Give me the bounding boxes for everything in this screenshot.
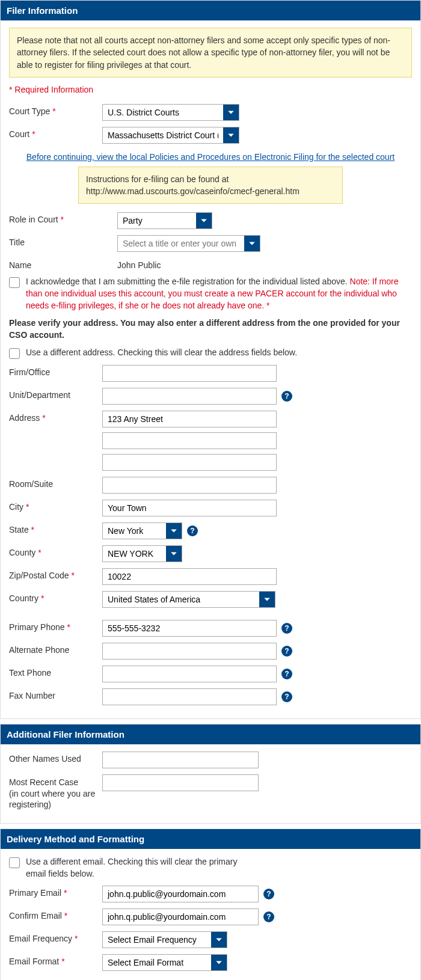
help-icon[interactable]: ?	[187, 525, 198, 536]
room-input[interactable]	[102, 477, 277, 494]
additional-filer-header: Additional Filer Information	[1, 724, 420, 744]
country-value[interactable]	[103, 592, 259, 607]
fax-input[interactable]	[102, 688, 277, 705]
chevron-down-icon[interactable]	[211, 955, 227, 970]
court-type-select[interactable]	[102, 104, 239, 121]
chevron-down-icon[interactable]	[223, 105, 239, 120]
unit-label: Unit/Department	[9, 388, 102, 400]
state-value[interactable]	[103, 523, 166, 539]
court-type-label: Court Type *	[9, 104, 102, 116]
chevron-down-icon[interactable]	[223, 127, 239, 143]
name-label: Name	[9, 258, 117, 270]
name-value: John Public	[117, 258, 161, 270]
title-input[interactable]	[118, 236, 244, 251]
chevron-down-icon[interactable]	[166, 546, 182, 562]
verify-address-text: Please verify your address. You may also…	[9, 317, 412, 341]
zip-input[interactable]	[102, 568, 277, 585]
country-select[interactable]	[102, 591, 275, 608]
help-icon[interactable]: ?	[263, 889, 274, 899]
alt-phone-label: Alternate Phone	[9, 643, 102, 655]
title-label: Title	[9, 235, 117, 247]
chevron-down-icon[interactable]	[211, 932, 227, 948]
email-format-value[interactable]	[103, 955, 211, 970]
different-address-label: Use a different address. Checking this w…	[26, 347, 297, 359]
address-input-2[interactable]	[102, 432, 277, 449]
city-input[interactable]	[102, 500, 277, 516]
confirm-email-input[interactable]	[102, 908, 259, 925]
court-value[interactable]	[103, 127, 223, 143]
confirm-email-label: Confirm Email *	[9, 908, 102, 920]
other-names-input[interactable]	[102, 752, 259, 768]
help-icon[interactable]: ?	[281, 691, 292, 702]
email-freq-label: Email Frequency *	[9, 931, 102, 943]
city-label: City *	[9, 500, 102, 512]
chevron-down-icon[interactable]	[166, 523, 182, 539]
county-select[interactable]	[102, 545, 182, 562]
acknowledge-label: I acknowledge that I am submitting the e…	[26, 276, 412, 311]
email-format-select[interactable]	[102, 954, 227, 971]
primary-email-input[interactable]	[102, 886, 259, 902]
help-icon[interactable]: ?	[281, 391, 292, 402]
court-select[interactable]	[102, 127, 239, 144]
recent-case-label: Most Recent Case(in court where you are …	[9, 774, 102, 810]
court-type-value[interactable]	[103, 105, 223, 120]
recent-case-input[interactable]	[102, 774, 259, 791]
help-icon[interactable]: ?	[281, 669, 292, 679]
different-address-checkbox[interactable]	[9, 348, 20, 359]
delivery-panel: Delivery Method and Formatting Use a dif…	[0, 828, 421, 980]
state-label: State *	[9, 522, 102, 534]
different-email-label: Use a different email. Checking this wil…	[26, 856, 254, 880]
filer-information-header: Filer Information	[1, 1, 420, 20]
text-phone-label: Text Phone	[9, 666, 102, 678]
required-information-label: * Required Information	[9, 85, 412, 94]
county-label: County *	[9, 545, 102, 557]
zip-label: Zip/Postal Code *	[9, 568, 102, 580]
title-select[interactable]	[117, 235, 260, 252]
primary-phone-input[interactable]	[102, 620, 277, 637]
help-icon[interactable]: ?	[281, 646, 292, 657]
different-email-checkbox[interactable]	[9, 857, 20, 868]
email-format-label: Email Format *	[9, 954, 102, 966]
primary-email-label: Primary Email *	[9, 886, 102, 898]
fax-label: Fax Number	[9, 688, 102, 700]
text-phone-input[interactable]	[102, 666, 277, 682]
room-label: Room/Suite	[9, 477, 102, 489]
email-freq-select[interactable]	[102, 931, 227, 948]
address-input-3[interactable]	[102, 454, 277, 471]
help-icon[interactable]: ?	[263, 911, 274, 922]
chevron-down-icon[interactable]	[196, 213, 212, 228]
primary-phone-label: Primary Phone *	[9, 620, 102, 632]
filer-information-panel: Filer Information Please note that not a…	[0, 0, 421, 719]
instructions-box: Instructions for e-filing can be found a…	[78, 167, 343, 204]
role-label: Role in Court *	[9, 212, 117, 224]
notice-box: Please note that not all courts accept n…	[9, 28, 412, 78]
unit-input[interactable]	[102, 388, 277, 405]
email-freq-value[interactable]	[103, 932, 211, 948]
additional-filer-panel: Additional Filer Information Other Names…	[0, 724, 421, 824]
address-label: Address *	[9, 411, 102, 423]
role-value[interactable]	[118, 213, 196, 228]
delivery-header: Delivery Method and Formatting	[1, 829, 420, 849]
firm-label: Firm/Office	[9, 365, 102, 377]
state-select[interactable]	[102, 522, 182, 539]
policies-link[interactable]: Before continuing, view the local Polici…	[26, 152, 395, 162]
country-label: Country *	[9, 591, 102, 603]
role-select[interactable]	[117, 212, 212, 229]
alt-phone-input[interactable]	[102, 643, 277, 660]
acknowledge-checkbox[interactable]	[9, 277, 20, 288]
other-names-label: Other Names Used	[9, 752, 102, 764]
chevron-down-icon[interactable]	[259, 592, 275, 607]
chevron-down-icon[interactable]	[244, 236, 260, 251]
firm-input[interactable]	[102, 365, 277, 382]
address-input-1[interactable]	[102, 411, 277, 427]
county-value[interactable]	[103, 546, 166, 562]
help-icon[interactable]: ?	[281, 623, 292, 634]
court-label: Court *	[9, 127, 102, 139]
